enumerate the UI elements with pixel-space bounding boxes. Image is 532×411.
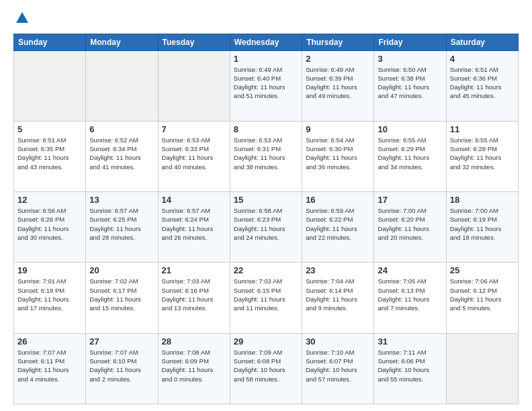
day-number-23: 23 xyxy=(306,265,370,275)
day-info-31: Sunrise: 7:11 AM Sunset: 6:06 PM Dayligh… xyxy=(378,348,442,383)
day-number-16: 16 xyxy=(306,195,370,205)
day-number-26: 26 xyxy=(17,336,82,347)
day-cell-13: 13Sunrise: 6:57 AM Sunset: 6:25 PM Dayli… xyxy=(86,192,158,263)
day-info-22: Sunrise: 7:03 AM Sunset: 6:15 PM Dayligh… xyxy=(234,277,298,312)
empty-cell xyxy=(86,50,158,121)
day-info-26: Sunrise: 7:07 AM Sunset: 6:11 PM Dayligh… xyxy=(17,348,82,383)
day-cell-11: 11Sunrise: 6:55 AM Sunset: 6:28 PM Dayli… xyxy=(446,121,518,191)
day-cell-29: 29Sunrise: 7:09 AM Sunset: 6:08 PM Dayli… xyxy=(230,333,302,404)
col-header-monday: Monday xyxy=(86,34,158,50)
day-cell-8: 8Sunrise: 6:53 AM Sunset: 6:31 PM Daylig… xyxy=(230,121,302,191)
day-info-29: Sunrise: 7:09 AM Sunset: 6:08 PM Dayligh… xyxy=(234,348,298,383)
day-number-19: 19 xyxy=(17,265,82,275)
col-header-saturday: Saturday xyxy=(446,34,518,50)
day-cell-6: 6Sunrise: 6:52 AM Sunset: 6:34 PM Daylig… xyxy=(86,121,158,191)
day-number-3: 3 xyxy=(378,54,442,64)
day-info-20: Sunrise: 7:02 AM Sunset: 6:17 PM Dayligh… xyxy=(89,277,154,312)
day-number-20: 20 xyxy=(89,265,154,275)
day-cell-17: 17Sunrise: 7:00 AM Sunset: 6:20 PM Dayli… xyxy=(374,192,446,263)
day-number-1: 1 xyxy=(234,54,298,64)
day-cell-19: 19Sunrise: 7:01 AM Sunset: 6:18 PM Dayli… xyxy=(14,263,86,333)
day-number-12: 12 xyxy=(17,195,82,205)
day-info-25: Sunrise: 7:06 AM Sunset: 6:12 PM Dayligh… xyxy=(450,277,515,312)
day-header-row: SundayMondayTuesdayWednesdayThursdayFrid… xyxy=(14,34,519,50)
day-info-14: Sunrise: 6:57 AM Sunset: 6:24 PM Dayligh… xyxy=(162,206,226,242)
day-cell-31: 31Sunrise: 7:11 AM Sunset: 6:06 PM Dayli… xyxy=(374,333,446,404)
day-info-6: Sunrise: 6:52 AM Sunset: 6:34 PM Dayligh… xyxy=(89,136,154,171)
day-cell-18: 18Sunrise: 7:00 AM Sunset: 6:19 PM Dayli… xyxy=(446,192,518,263)
day-cell-23: 23Sunrise: 7:04 AM Sunset: 6:14 PM Dayli… xyxy=(302,263,374,333)
day-number-31: 31 xyxy=(378,336,442,347)
day-info-16: Sunrise: 6:59 AM Sunset: 6:22 PM Dayligh… xyxy=(306,206,370,242)
day-number-29: 29 xyxy=(234,336,298,347)
day-info-15: Sunrise: 6:58 AM Sunset: 6:23 PM Dayligh… xyxy=(234,206,298,242)
col-header-thursday: Thursday xyxy=(302,34,374,50)
day-number-6: 6 xyxy=(89,124,154,134)
empty-cell xyxy=(446,333,518,404)
day-number-24: 24 xyxy=(378,265,442,275)
col-header-tuesday: Tuesday xyxy=(158,34,230,50)
day-cell-28: 28Sunrise: 7:08 AM Sunset: 6:09 PM Dayli… xyxy=(158,333,230,404)
day-info-17: Sunrise: 7:00 AM Sunset: 6:20 PM Dayligh… xyxy=(378,206,442,242)
day-cell-16: 16Sunrise: 6:59 AM Sunset: 6:22 PM Dayli… xyxy=(302,192,374,263)
day-info-3: Sunrise: 6:50 AM Sunset: 6:38 PM Dayligh… xyxy=(378,65,442,101)
day-info-5: Sunrise: 6:51 AM Sunset: 6:35 PM Dayligh… xyxy=(17,136,82,171)
day-cell-24: 24Sunrise: 7:05 AM Sunset: 6:13 PM Dayli… xyxy=(374,263,446,333)
day-number-22: 22 xyxy=(234,265,298,275)
day-info-11: Sunrise: 6:55 AM Sunset: 6:28 PM Dayligh… xyxy=(450,136,515,171)
day-cell-25: 25Sunrise: 7:06 AM Sunset: 6:12 PM Dayli… xyxy=(446,263,518,333)
day-number-5: 5 xyxy=(17,124,82,134)
day-number-9: 9 xyxy=(306,124,370,134)
day-info-24: Sunrise: 7:05 AM Sunset: 6:13 PM Dayligh… xyxy=(378,277,442,312)
week-row-5: 26Sunrise: 7:07 AM Sunset: 6:11 PM Dayli… xyxy=(14,333,519,404)
col-header-wednesday: Wednesday xyxy=(230,34,302,50)
day-cell-9: 9Sunrise: 6:54 AM Sunset: 6:30 PM Daylig… xyxy=(302,121,374,191)
day-info-8: Sunrise: 6:53 AM Sunset: 6:31 PM Dayligh… xyxy=(234,136,298,171)
col-header-friday: Friday xyxy=(374,34,446,50)
day-cell-15: 15Sunrise: 6:58 AM Sunset: 6:23 PM Dayli… xyxy=(230,192,302,263)
day-info-19: Sunrise: 7:01 AM Sunset: 6:18 PM Dayligh… xyxy=(17,277,82,312)
col-header-sunday: Sunday xyxy=(14,34,86,50)
page: SundayMondayTuesdayWednesdayThursdayFrid… xyxy=(0,0,532,411)
day-info-18: Sunrise: 7:00 AM Sunset: 6:19 PM Dayligh… xyxy=(450,206,515,242)
day-number-2: 2 xyxy=(306,54,370,64)
week-row-1: 1Sunrise: 6:49 AM Sunset: 6:40 PM Daylig… xyxy=(14,50,519,121)
day-cell-30: 30Sunrise: 7:10 AM Sunset: 6:07 PM Dayli… xyxy=(302,333,374,404)
day-number-11: 11 xyxy=(450,124,515,134)
day-cell-21: 21Sunrise: 7:03 AM Sunset: 6:16 PM Dayli… xyxy=(158,263,230,333)
day-cell-12: 12Sunrise: 6:56 AM Sunset: 6:26 PM Dayli… xyxy=(14,192,86,263)
day-info-2: Sunrise: 6:49 AM Sunset: 6:39 PM Dayligh… xyxy=(306,65,370,101)
day-cell-14: 14Sunrise: 6:57 AM Sunset: 6:24 PM Dayli… xyxy=(158,192,230,263)
week-row-2: 5Sunrise: 6:51 AM Sunset: 6:35 PM Daylig… xyxy=(14,121,519,191)
day-info-28: Sunrise: 7:08 AM Sunset: 6:09 PM Dayligh… xyxy=(162,348,226,383)
day-number-17: 17 xyxy=(378,195,442,205)
day-number-4: 4 xyxy=(450,54,515,64)
day-number-30: 30 xyxy=(306,336,370,347)
day-number-18: 18 xyxy=(450,195,515,205)
day-info-9: Sunrise: 6:54 AM Sunset: 6:30 PM Dayligh… xyxy=(306,136,370,171)
empty-cell xyxy=(158,50,230,121)
header xyxy=(13,11,519,27)
day-number-27: 27 xyxy=(89,336,154,347)
day-info-12: Sunrise: 6:56 AM Sunset: 6:26 PM Dayligh… xyxy=(17,206,82,242)
day-cell-22: 22Sunrise: 7:03 AM Sunset: 6:15 PM Dayli… xyxy=(230,263,302,333)
day-number-8: 8 xyxy=(234,124,298,134)
day-info-23: Sunrise: 7:04 AM Sunset: 6:14 PM Dayligh… xyxy=(306,277,370,312)
day-number-25: 25 xyxy=(450,265,515,275)
day-info-30: Sunrise: 7:10 AM Sunset: 6:07 PM Dayligh… xyxy=(306,348,370,383)
logo-icon xyxy=(15,11,30,26)
day-info-10: Sunrise: 6:55 AM Sunset: 6:29 PM Dayligh… xyxy=(378,136,442,171)
week-row-3: 12Sunrise: 6:56 AM Sunset: 6:26 PM Dayli… xyxy=(14,192,519,263)
day-cell-1: 1Sunrise: 6:49 AM Sunset: 6:40 PM Daylig… xyxy=(230,50,302,121)
day-number-7: 7 xyxy=(162,124,226,134)
day-cell-27: 27Sunrise: 7:07 AM Sunset: 6:10 PM Dayli… xyxy=(86,333,158,404)
day-cell-20: 20Sunrise: 7:02 AM Sunset: 6:17 PM Dayli… xyxy=(86,263,158,333)
logo-text xyxy=(13,11,30,30)
day-info-1: Sunrise: 6:49 AM Sunset: 6:40 PM Dayligh… xyxy=(234,65,298,101)
day-number-13: 13 xyxy=(89,195,154,205)
svg-marker-0 xyxy=(16,12,28,23)
empty-cell xyxy=(14,50,86,121)
day-number-15: 15 xyxy=(234,195,298,205)
day-cell-5: 5Sunrise: 6:51 AM Sunset: 6:35 PM Daylig… xyxy=(14,121,86,191)
day-info-4: Sunrise: 6:51 AM Sunset: 6:36 PM Dayligh… xyxy=(450,65,515,101)
